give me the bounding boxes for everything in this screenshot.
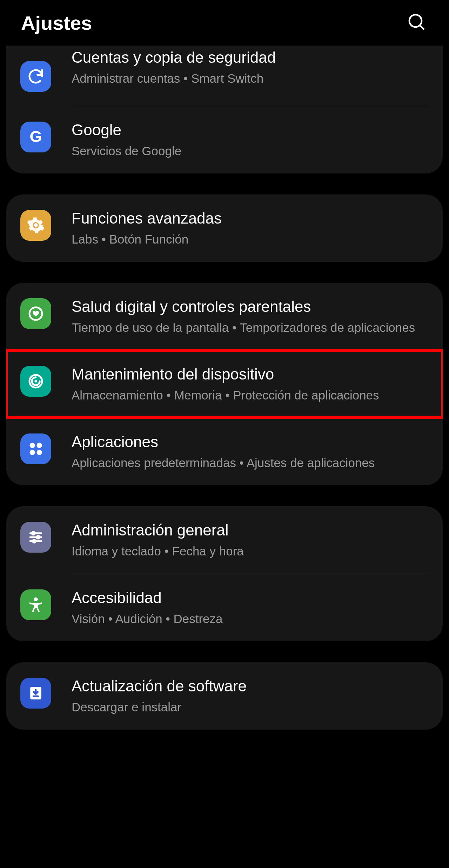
settings-item-title: Mantenimiento del dispositivo bbox=[72, 364, 429, 384]
settings-item-content: Salud digital y controles parentales Tie… bbox=[51, 297, 429, 336]
settings-item-content: Accesibilidad Visión • Audición • Destre… bbox=[51, 588, 429, 627]
svg-point-0 bbox=[409, 15, 422, 27]
settings-item-subtitle: Aplicaciones predeterminadas • Ajustes d… bbox=[72, 454, 429, 471]
settings-item-device-care[interactable]: Mantenimiento del dispositivo Almacenami… bbox=[6, 350, 443, 418]
svg-point-13 bbox=[37, 450, 42, 455]
settings-item-content: Google Servicios de Google bbox=[51, 120, 429, 159]
accessibility-icon bbox=[20, 589, 51, 620]
settings-group: Actualización de software Descargar e in… bbox=[6, 662, 443, 730]
settings-item-content: Aplicaciones Aplicaciones predeterminada… bbox=[51, 432, 429, 471]
page-title: Ajustes bbox=[21, 12, 92, 34]
settings-item-title: Cuentas y copia de seguridad bbox=[72, 48, 429, 67]
svg-point-11 bbox=[37, 443, 42, 448]
settings-item-advanced-features[interactable]: Funciones avanzadas Labs • Botón Función bbox=[6, 194, 443, 262]
dots4-icon bbox=[20, 433, 51, 464]
svg-point-17 bbox=[32, 532, 35, 535]
settings-item-title: Google bbox=[72, 120, 429, 139]
svg-point-9 bbox=[34, 380, 37, 382]
svg-point-19 bbox=[33, 540, 35, 542]
care-ring-icon bbox=[20, 366, 51, 397]
settings-item-title: Funciones avanzadas bbox=[72, 209, 429, 228]
settings-item-title: Administración general bbox=[72, 520, 429, 540]
settings-item-subtitle: Administrar cuentas • Smart Switch bbox=[72, 70, 429, 87]
settings-item-content: Cuentas y copia de seguridad Administrar… bbox=[51, 60, 429, 87]
settings-item-content: Administración general Idioma y teclado … bbox=[51, 520, 429, 560]
svg-point-18 bbox=[37, 536, 40, 539]
svg-point-12 bbox=[30, 450, 35, 455]
header: Ajustes bbox=[0, 0, 449, 46]
settings-group: Salud digital y controles parentales Tie… bbox=[6, 283, 443, 485]
settings-item-digital-wellbeing[interactable]: Salud digital y controles parentales Tie… bbox=[6, 283, 443, 350]
settings-item-subtitle: Descargar e instalar bbox=[72, 698, 429, 716]
svg-text:G: G bbox=[29, 128, 42, 145]
svg-line-1 bbox=[420, 25, 424, 29]
google-icon: G bbox=[20, 122, 51, 152]
download-icon bbox=[20, 678, 51, 709]
search-button[interactable] bbox=[406, 12, 428, 34]
settings-item-software-update[interactable]: Actualización de software Descargar e in… bbox=[6, 662, 443, 730]
search-icon bbox=[407, 12, 427, 33]
svg-point-20 bbox=[34, 597, 38, 601]
settings-item-general-management[interactable]: Administración general Idioma y teclado … bbox=[6, 506, 443, 574]
settings-item-title: Aplicaciones bbox=[72, 432, 429, 451]
sliders-icon bbox=[20, 522, 51, 553]
settings-item-content: Mantenimiento del dispositivo Almacenami… bbox=[51, 364, 429, 404]
svg-point-10 bbox=[30, 443, 35, 448]
heart-ring-icon bbox=[20, 298, 51, 329]
settings-group: Administración general Idioma y teclado … bbox=[6, 506, 443, 641]
settings-item-content: Actualización de software Descargar e in… bbox=[51, 676, 429, 716]
settings-item-subtitle: Labs • Botón Función bbox=[72, 231, 429, 248]
svg-rect-6 bbox=[34, 224, 38, 226]
settings-item-apps[interactable]: Aplicaciones Aplicaciones predeterminada… bbox=[6, 418, 443, 485]
settings-item-subtitle: Tiempo de uso de la pantalla • Temporiza… bbox=[72, 319, 429, 336]
settings-item-accessibility[interactable]: Accesibilidad Visión • Audición • Destre… bbox=[6, 574, 443, 641]
settings-item-subtitle: Servicios de Google bbox=[72, 142, 429, 159]
settings-item-title: Salud digital y controles parentales bbox=[72, 297, 429, 316]
settings-item-accounts-backup[interactable]: Cuentas y copia de seguridad Administrar… bbox=[6, 46, 443, 106]
settings-item-google[interactable]: G Google Servicios de Google bbox=[6, 106, 443, 173]
gear-plus-icon bbox=[20, 210, 51, 241]
sync-icon bbox=[20, 61, 51, 92]
settings-item-subtitle: Idioma y teclado • Fecha y hora bbox=[72, 542, 429, 560]
settings-group: Funciones avanzadas Labs • Botón Función bbox=[6, 194, 443, 262]
settings-item-subtitle: Visión • Audición • Destreza bbox=[72, 610, 429, 627]
settings-item-title: Actualización de software bbox=[72, 676, 429, 696]
settings-group: Cuentas y copia de seguridad Administrar… bbox=[6, 46, 443, 173]
settings-item-content: Funciones avanzadas Labs • Botón Función bbox=[51, 209, 429, 248]
settings-item-title: Accesibilidad bbox=[72, 588, 429, 607]
settings-item-subtitle: Almacenamiento • Memoria • Protección de… bbox=[72, 387, 429, 404]
